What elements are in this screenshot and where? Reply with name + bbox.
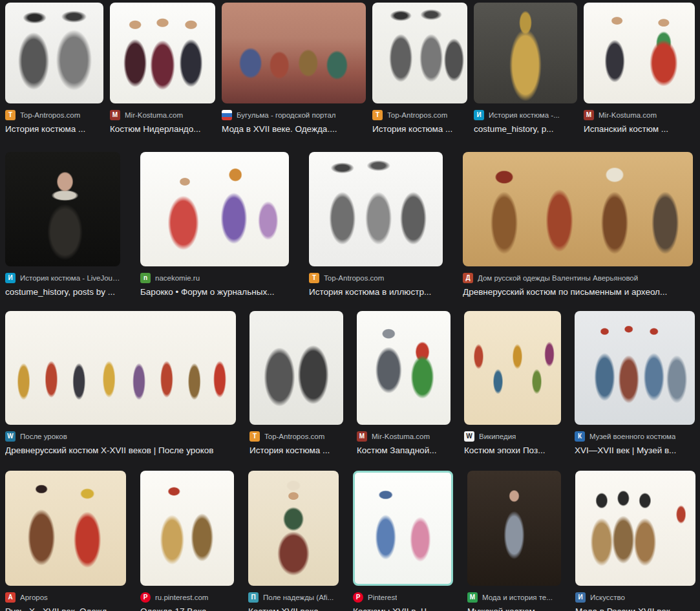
source-name: История костюма -... [489, 111, 560, 119]
result-source-link[interactable]: Т Top-Antropos.com [5, 110, 103, 120]
source-name: Mir-Kostuma.com [372, 433, 430, 440]
result-title-link[interactable]: Костюмы XVII в. Ч... [353, 606, 453, 611]
result-title-link[interactable]: costume_history, p... [474, 123, 577, 134]
result-title-link[interactable]: История костюма ... [5, 123, 103, 134]
result-thumbnail[interactable] [5, 152, 120, 266]
result-title-link[interactable]: Мода в XVII веке. Одежда.... [222, 123, 366, 134]
result-source-link[interactable]: М Mir-Kostuma.com [357, 431, 451, 442]
image-result-card: И Искусство Мода в России XVII век... [575, 471, 695, 611]
image-result-card: P ru.pinterest.com Одежда 17 Века ... [140, 471, 234, 611]
source-name: ru.pinterest.com [155, 594, 208, 601]
result-title-link[interactable]: История костюма ... [249, 445, 343, 456]
result-source-link[interactable]: И История костюма -... [474, 110, 577, 120]
result-source-link[interactable]: W Википедия [464, 431, 561, 442]
result-thumbnail[interactable] [110, 3, 215, 103]
favicon-top-antropos-icon: Т [249, 431, 260, 442]
favicon-iskusstvo-icon: И [575, 592, 586, 603]
result-source-link[interactable]: Д Дом русской одежды Валентины Аверьянов… [463, 273, 693, 283]
result-thumbnail[interactable] [584, 3, 695, 103]
result-title-link[interactable]: Мужской костюм ... [467, 606, 561, 611]
result-thumbnail[interactable] [249, 311, 343, 425]
result-thumbnail[interactable] [575, 471, 695, 586]
source-name: Top-Antropos.com [20, 111, 80, 119]
result-thumbnail[interactable] [5, 3, 103, 103]
result-title-link[interactable]: XVI—XVII век | Музей в... [575, 445, 695, 456]
favicon-top-antropos-icon: Т [372, 110, 383, 120]
favicon-dom-russkoy-odezhdy-icon: Д [463, 273, 473, 283]
result-source-link[interactable]: A Apropos [5, 592, 126, 603]
source-name: Поле надежды (Afi... [263, 594, 334, 601]
result-source-link[interactable]: Т Top-Antropos.com [249, 431, 343, 442]
result-thumbnail[interactable] [222, 3, 366, 103]
result-thumbnail[interactable] [464, 311, 561, 425]
favicon-wordpress-icon: W [5, 431, 16, 442]
result-title-link[interactable]: Костюм Нидерландо... [110, 123, 215, 134]
result-thumbnail[interactable] [372, 3, 467, 103]
result-source-link[interactable]: М Мода и история те... [467, 592, 561, 603]
result-source-link[interactable]: К Музей военного костюма [575, 431, 695, 442]
source-name: История костюма - LiveJour... [20, 274, 120, 282]
image-result-card: М Mir-Kostuma.com Костюм Западной... [357, 311, 451, 456]
results-row-2: И История костюма - LiveJour... costume_… [5, 152, 695, 297]
result-source-link[interactable]: P ru.pinterest.com [140, 592, 234, 603]
favicon-pinterest-icon: P [353, 592, 363, 603]
result-title-link[interactable]: Костюм XVII века ... [248, 606, 339, 611]
result-title-link[interactable]: Русь. X - XVII век. Одежд... [5, 606, 126, 611]
result-thumbnail[interactable] [140, 152, 289, 266]
result-title-link[interactable]: Костюм эпохи Поз... [464, 445, 561, 456]
result-thumbnail[interactable] [5, 471, 126, 586]
favicon-livejournal-icon: И [5, 273, 16, 283]
result-title-link[interactable]: Древнерусский костюм по письменным и арх… [463, 286, 693, 297]
result-title-link[interactable]: История костюма в иллюстр... [309, 286, 443, 297]
result-thumbnail[interactable] [309, 152, 443, 266]
result-title-link[interactable]: Барокко • Форум о журнальных... [140, 286, 289, 297]
source-name: Мода и история те... [482, 594, 553, 601]
image-result-card: И История костюма -... costume_history, … [474, 3, 577, 134]
result-source-link[interactable]: n nacekomie.ru [140, 273, 289, 283]
result-title-link[interactable]: costume_history, posts by ... [5, 286, 120, 297]
favicon-bugulma-icon [222, 110, 232, 120]
result-source-link[interactable]: Бугульма - городской портал [222, 110, 366, 120]
result-thumbnail[interactable] [575, 311, 695, 425]
favicon-muzey-voennogo-kostyuma-icon: К [575, 431, 585, 442]
result-source-link[interactable]: И Искусство [575, 592, 695, 603]
result-thumbnail[interactable] [467, 471, 561, 586]
source-name: nacekomie.ru [155, 274, 200, 282]
result-source-link[interactable]: W После уроков [5, 431, 236, 442]
result-thumbnail[interactable] [357, 311, 451, 425]
image-result-card: A Apropos Русь. X - XVII век. Одежд... [5, 471, 126, 611]
image-result-card: n nacekomie.ru Барокко • Форум о журналь… [140, 152, 289, 297]
result-source-link[interactable]: Т Top-Antropos.com [372, 110, 467, 120]
result-title-link[interactable]: История костюма ... [372, 123, 467, 134]
image-search-results-page: { "page": { "background": "#1b1b1d" }, "… [0, 0, 700, 611]
source-name: Википедия [479, 433, 516, 440]
source-name: Mir-Kostuma.com [125, 111, 183, 119]
favicon-pole-nadezhdy-icon: П [248, 592, 259, 603]
favicon-mir-kostuma-icon: М [110, 110, 120, 120]
result-thumbnail[interactable] [5, 311, 236, 425]
favicon-apropos-icon: A [5, 592, 16, 603]
result-title-link[interactable]: Мода в России XVII век... [575, 606, 695, 611]
result-source-link[interactable]: И История костюма - LiveJour... [5, 273, 120, 283]
result-source-link[interactable]: М Mir-Kostuma.com [110, 110, 215, 120]
image-result-card: W После уроков Древнерусский костюм X-XV… [5, 311, 236, 456]
result-title-link[interactable]: Одежда 17 Века ... [140, 606, 234, 611]
source-name: Дом русской одежды Валентины Аверьяновой [478, 274, 638, 282]
result-thumbnail[interactable] [140, 471, 234, 586]
result-thumbnail[interactable] [353, 471, 453, 586]
result-title-link[interactable]: Древнерусский костюм X-XVII веков | Посл… [5, 445, 236, 456]
result-thumbnail[interactable] [248, 471, 339, 586]
result-title-link[interactable]: Костюм Западной... [357, 445, 451, 456]
result-thumbnail[interactable] [463, 152, 693, 266]
result-source-link[interactable]: П Поле надежды (Afi... [248, 592, 339, 603]
result-source-link[interactable]: P Pinterest [353, 592, 453, 603]
favicon-pinterest-icon: P [140, 592, 151, 603]
result-source-link[interactable]: Т Top-Antropos.com [309, 273, 443, 283]
image-result-card: Т Top-Antropos.com История костюма ... [249, 311, 343, 456]
result-title-link[interactable]: Испанский костюм ... [584, 123, 695, 134]
image-result-card: К Музей военного костюма XVI—XVII век | … [575, 311, 695, 456]
result-source-link[interactable]: М Mir-Kostuma.com [584, 110, 695, 120]
image-result-card: Бугульма - городской портал Мода в XVII … [222, 3, 366, 134]
favicon-mir-kostuma-icon: М [357, 431, 367, 442]
result-thumbnail[interactable] [474, 3, 577, 103]
